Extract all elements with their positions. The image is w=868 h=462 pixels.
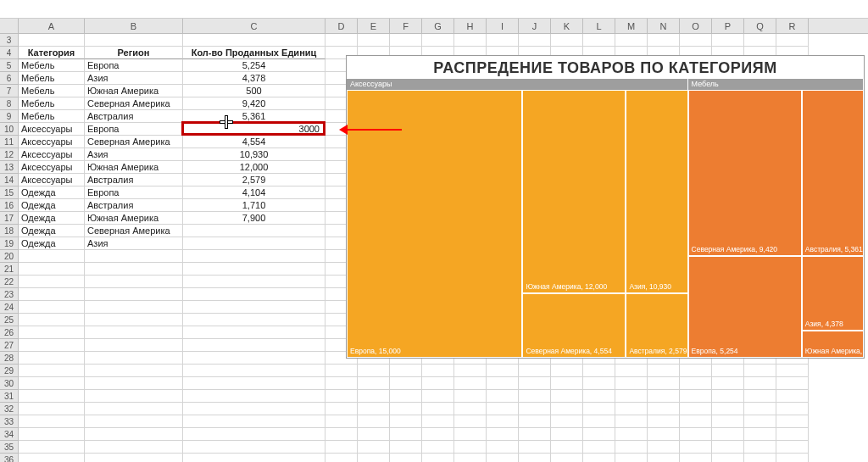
- cell-O29[interactable]: [680, 365, 712, 377]
- col-header-E[interactable]: E: [358, 19, 390, 33]
- cell-I29[interactable]: [487, 365, 519, 377]
- cell-I35[interactable]: [487, 441, 519, 454]
- row-header-25[interactable]: 25: [0, 314, 19, 326]
- cell-B27[interactable]: [85, 339, 183, 352]
- cell-E3[interactable]: [358, 34, 390, 47]
- cell-P35[interactable]: [712, 441, 744, 454]
- cell-P29[interactable]: [712, 365, 744, 377]
- cell-C27[interactable]: [183, 339, 326, 352]
- col-header-L[interactable]: L: [583, 19, 615, 33]
- row-header-33[interactable]: 33: [0, 415, 19, 428]
- cell-A32[interactable]: [19, 403, 85, 415]
- cell-A27[interactable]: [19, 339, 85, 352]
- cell-B25[interactable]: [85, 314, 183, 326]
- cell-I30[interactable]: [487, 377, 519, 390]
- cell-B10[interactable]: Европа: [85, 123, 183, 136]
- cell-B22[interactable]: [85, 276, 183, 288]
- cell-C12[interactable]: 10,930: [183, 148, 326, 161]
- tile-Аксессуары-Южная Америка[interactable]: Южная Америка, 12,000: [522, 90, 626, 293]
- cell-B36[interactable]: [85, 454, 183, 462]
- cell-A13[interactable]: Аксессуары: [19, 161, 85, 174]
- cell-C9[interactable]: 5,361: [183, 110, 326, 123]
- cell-R31[interactable]: [776, 390, 809, 403]
- cell-M36[interactable]: [615, 454, 648, 462]
- cell-N30[interactable]: [648, 377, 680, 390]
- cell-P3[interactable]: [712, 34, 744, 47]
- cell-C20[interactable]: [183, 250, 326, 263]
- cell-M34[interactable]: [615, 428, 648, 441]
- col-header-D[interactable]: D: [326, 19, 358, 33]
- cell-C18[interactable]: [183, 225, 326, 237]
- cell-O3[interactable]: [680, 34, 712, 47]
- cell-I34[interactable]: [487, 428, 519, 441]
- row-header-28[interactable]: 28: [0, 352, 19, 365]
- cell-R30[interactable]: [776, 377, 809, 390]
- cell-K3[interactable]: [551, 34, 583, 47]
- row-header-9[interactable]: 9: [0, 110, 19, 123]
- cell-C22[interactable]: [183, 276, 326, 288]
- cell-B17[interactable]: Южная Америка: [85, 212, 183, 225]
- cell-J34[interactable]: [519, 428, 551, 441]
- cell-B14[interactable]: Австралия: [85, 174, 183, 186]
- col-header-P[interactable]: P: [712, 19, 744, 33]
- cell-I32[interactable]: [487, 403, 519, 415]
- row-header-5[interactable]: 5: [0, 59, 19, 72]
- cell-K29[interactable]: [551, 365, 583, 377]
- cell-C26[interactable]: [183, 326, 326, 339]
- cell-G33[interactable]: [422, 415, 454, 428]
- cell-P34[interactable]: [712, 428, 744, 441]
- cell-G35[interactable]: [422, 441, 454, 454]
- col-header-N[interactable]: N: [648, 19, 680, 33]
- row-header-18[interactable]: 18: [0, 225, 19, 237]
- cell-M32[interactable]: [615, 403, 648, 415]
- cell-C32[interactable]: [183, 403, 326, 415]
- cell-K33[interactable]: [551, 415, 583, 428]
- cell-A28[interactable]: [19, 352, 85, 365]
- cell-P33[interactable]: [712, 415, 744, 428]
- cell-C8[interactable]: 9,420: [183, 97, 326, 110]
- cell-C30[interactable]: [183, 377, 326, 390]
- cell-A29[interactable]: [19, 365, 85, 377]
- cell-B34[interactable]: [85, 428, 183, 441]
- cell-A3[interactable]: [19, 34, 85, 47]
- cell-A14[interactable]: Аксессуары: [19, 174, 85, 186]
- cell-C36[interactable]: [183, 454, 326, 462]
- cell-C29[interactable]: [183, 365, 326, 377]
- col-header-H[interactable]: H: [454, 19, 487, 33]
- row-header-24[interactable]: 24: [0, 301, 19, 314]
- cell-L34[interactable]: [583, 428, 615, 441]
- cell-C17[interactable]: 7,900: [183, 212, 326, 225]
- cell-I3[interactable]: [487, 34, 519, 47]
- cell-R29[interactable]: [776, 365, 809, 377]
- cell-I31[interactable]: [487, 390, 519, 403]
- row-header-27[interactable]: 27: [0, 339, 19, 352]
- col-header-F[interactable]: F: [390, 19, 422, 33]
- cell-E32[interactable]: [358, 403, 390, 415]
- cell-A24[interactable]: [19, 301, 85, 314]
- row-header-21[interactable]: 21: [0, 263, 19, 276]
- cell-O30[interactable]: [680, 377, 712, 390]
- cell-D32[interactable]: [326, 403, 358, 415]
- cell-A5[interactable]: Мебель: [19, 59, 85, 72]
- col-header-O[interactable]: O: [680, 19, 712, 33]
- cell-O33[interactable]: [680, 415, 712, 428]
- treemap-chart[interactable]: РАСПРЕДЕНИЕ ТОВАРОВ ПО КАТЕГОРИЯМ Аксесс…: [346, 55, 865, 359]
- cell-C19[interactable]: [183, 237, 326, 250]
- cell-F29[interactable]: [390, 365, 422, 377]
- cell-A11[interactable]: Аксессуары: [19, 136, 85, 148]
- row-header-19[interactable]: 19: [0, 237, 19, 250]
- cell-R36[interactable]: [776, 454, 809, 462]
- col-header-G[interactable]: G: [422, 19, 454, 33]
- cell-B16[interactable]: Австралия: [85, 199, 183, 212]
- row-header-13[interactable]: 13: [0, 161, 19, 174]
- cell-A15[interactable]: Одежда: [19, 186, 85, 199]
- cell-G34[interactable]: [422, 428, 454, 441]
- cell-C3[interactable]: [183, 34, 326, 47]
- cell-Q33[interactable]: [744, 415, 776, 428]
- cell-B33[interactable]: [85, 415, 183, 428]
- cell-B28[interactable]: [85, 352, 183, 365]
- cell-Q35[interactable]: [744, 441, 776, 454]
- cell-D31[interactable]: [326, 390, 358, 403]
- row-header-3[interactable]: 3: [0, 34, 19, 47]
- cell-C13[interactable]: 12,000: [183, 161, 326, 174]
